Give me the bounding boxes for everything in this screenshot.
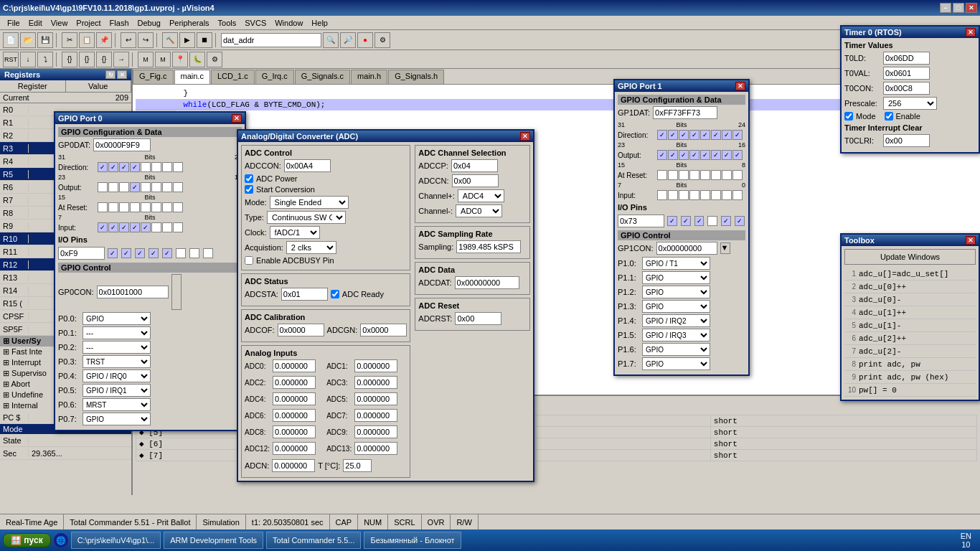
adc1-input[interactable]: [354, 359, 397, 372]
gpio1-io-bit4[interactable]: [707, 216, 717, 226]
zoom-button[interactable]: 🔎: [340, 32, 356, 48]
gpio0-in-bit1[interactable]: [162, 222, 172, 232]
gpio0-dir-bit1[interactable]: [162, 162, 172, 172]
menu-svcs[interactable]: SVCS: [240, 17, 270, 29]
gpio1-rst-bit2[interactable]: [711, 170, 721, 180]
tab-main-h[interactable]: main.h: [351, 70, 387, 84]
redo-button[interactable]: ↪: [138, 32, 154, 48]
braces2-button[interactable]: {}: [79, 52, 95, 67]
tab-main-c[interactable]: main.c: [174, 70, 210, 84]
adc6-input[interactable]: [273, 409, 316, 422]
adc0-input[interactable]: [273, 359, 316, 372]
gpio0-out-bit3[interactable]: [141, 182, 151, 192]
menu-view[interactable]: View: [47, 17, 72, 29]
gpio0-out-bit5[interactable]: [119, 182, 129, 192]
tab-g-signals-h[interactable]: G_Signals.h: [388, 70, 444, 84]
gpio1-io-bit6[interactable]: ✓: [681, 216, 691, 226]
gpio1-out-bit7[interactable]: ✓: [657, 150, 667, 160]
channeln-select[interactable]: ADC0: [456, 204, 502, 217]
gpio1-dir-bit1[interactable]: ✓: [722, 130, 732, 140]
tab-g-signals-c[interactable]: G_Signals.c: [295, 70, 350, 84]
gpio0-p06-select[interactable]: MRST: [83, 398, 151, 411]
gpio1-out-bit4[interactable]: ✓: [689, 150, 699, 160]
timer0-close[interactable]: ✕: [966, 28, 976, 37]
toolbox-item-7[interactable]: 7 adc_u[2]-: [844, 345, 976, 358]
adccon-input[interactable]: [284, 159, 331, 172]
adc2-input[interactable]: [273, 376, 316, 389]
adcgn-input[interactable]: [360, 324, 407, 336]
record-button[interactable]: ●: [357, 32, 373, 48]
undo-button[interactable]: ↩: [121, 32, 136, 48]
build-button[interactable]: 🔨: [162, 32, 178, 48]
next-button[interactable]: →: [113, 52, 129, 67]
tab-lcd-1[interactable]: LCD_1.c: [211, 70, 255, 84]
registers-close[interactable]: ✕: [117, 70, 127, 79]
temp-input[interactable]: [343, 459, 372, 472]
gpio0-io-bit3[interactable]: ✓: [162, 248, 172, 258]
gpio1-io-bit5[interactable]: ✓: [694, 216, 705, 226]
menu-file[interactable]: File: [3, 17, 24, 29]
gpio1-p14-select[interactable]: GPIO / IRQ2: [642, 314, 710, 327]
gpio1-in-bit5[interactable]: [679, 190, 689, 200]
taskbar-icon-1[interactable]: 🌐: [54, 533, 68, 547]
adc5-input[interactable]: [354, 392, 397, 405]
gpio0-out-bit0[interactable]: [173, 182, 183, 192]
state-row[interactable]: State: [0, 434, 131, 447]
menu-project[interactable]: Project: [72, 17, 105, 29]
cut-button[interactable]: ✂: [62, 32, 77, 48]
gpio1-out-bit5[interactable]: ✓: [679, 150, 689, 160]
menu-flash[interactable]: Flash: [105, 17, 133, 29]
adccp-input[interactable]: [451, 159, 498, 172]
gpio0-out-bit4[interactable]: ✓: [130, 182, 140, 192]
gpio1-p15-select[interactable]: GPIO / IRQ3: [642, 329, 710, 342]
gpio1-con-input[interactable]: [656, 242, 717, 255]
gpio1-dir-bit6[interactable]: ✓: [668, 130, 678, 140]
adc13-input[interactable]: [354, 442, 397, 455]
gpio0-p00-select[interactable]: GPIO: [83, 312, 151, 325]
step-into-button[interactable]: ↓: [20, 52, 36, 67]
gpio1-rst-bit1[interactable]: [722, 170, 732, 180]
sampling-input[interactable]: [456, 240, 521, 253]
adcof-input[interactable]: [278, 324, 324, 336]
gpio0-in-bit0[interactable]: [173, 222, 183, 232]
toolbox-item-1[interactable]: 1 adc_u[]=adc_u_set[]: [844, 268, 976, 281]
search-button[interactable]: 🔍: [323, 32, 339, 48]
gpio0-titlebar[interactable]: GPIO Port 0 ✕: [55, 113, 245, 124]
gpio1-io-bit2[interactable]: ✓: [735, 216, 745, 226]
adc-ready-check[interactable]: [331, 290, 339, 298]
adcrst-input[interactable]: [455, 312, 501, 325]
gpio1-dir-bit3[interactable]: ✓: [700, 130, 710, 140]
toolbox-item-5[interactable]: 5 adc_u[1]-: [844, 319, 976, 332]
gpio0-con-scroll[interactable]: [171, 274, 182, 310]
dbg-button[interactable]: 🐛: [189, 52, 205, 67]
gpio0-rst-bit7[interactable]: [98, 202, 108, 212]
gpio0-io-bit4[interactable]: ✓: [149, 248, 159, 258]
stop-button[interactable]: ⏹: [197, 32, 212, 48]
gpio1-in-bit2[interactable]: [711, 190, 721, 200]
gpio0-p04-select[interactable]: GPIO / IRQ0: [83, 369, 151, 382]
gpio0-rst-bit5[interactable]: [119, 202, 129, 212]
mode-select[interactable]: Single Ended: [270, 196, 349, 209]
enable-check[interactable]: [885, 112, 893, 121]
gpio1-p13-select[interactable]: GPIO: [642, 300, 710, 313]
adc-close[interactable]: ✕: [520, 132, 530, 141]
clock-select[interactable]: fADC/1: [270, 226, 320, 239]
gpio1-dir-bit4[interactable]: ✓: [689, 130, 699, 140]
gpio0-io-bit7[interactable]: ✓: [108, 248, 118, 258]
gpio1-dir-bit2[interactable]: ✓: [711, 130, 721, 140]
gpio0-dir-bit7[interactable]: ✓: [98, 162, 108, 172]
gpio1-close[interactable]: ✕: [735, 82, 745, 90]
gpio0-in-bit3[interactable]: ✓: [141, 222, 151, 232]
adc8-input[interactable]: [273, 425, 316, 438]
toolbox-item-2[interactable]: 2 adc_u[0]++: [844, 281, 976, 293]
gpio0-dir-bit4[interactable]: ✓: [130, 162, 140, 172]
adc-power-check[interactable]: [245, 174, 253, 183]
gpio0-p05-select[interactable]: GPIO / IRQ1: [83, 384, 151, 397]
taskbar-notepad[interactable]: Безымянный - Блокнот: [364, 532, 461, 549]
gpio0-con-input[interactable]: [97, 286, 169, 298]
adcn-input[interactable]: [272, 459, 315, 472]
gpio1-in-bit0[interactable]: [732, 190, 743, 200]
new-button[interactable]: 📄: [3, 32, 19, 48]
maximize-button[interactable]: □: [953, 3, 964, 13]
gpio1-in-bit6[interactable]: [668, 190, 678, 200]
